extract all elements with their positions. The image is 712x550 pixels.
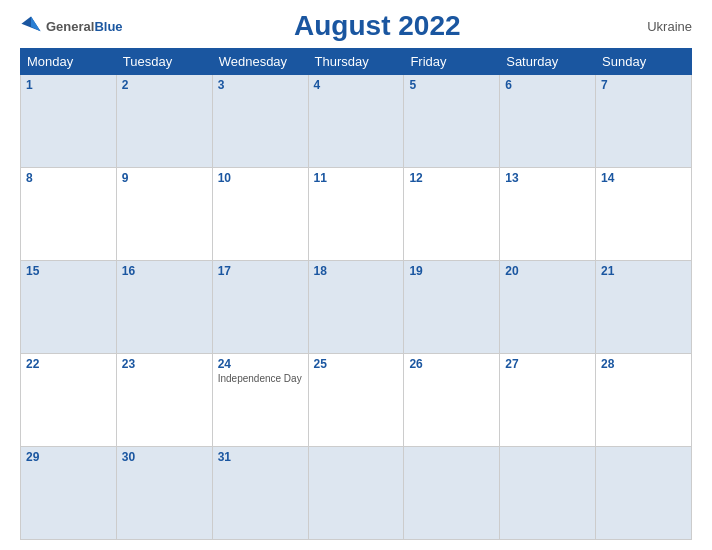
calendar-cell — [404, 447, 500, 540]
calendar-row-2: 891011121314 — [21, 168, 692, 261]
day-number: 23 — [122, 357, 207, 371]
day-number: 10 — [218, 171, 303, 185]
calendar-cell: 12 — [404, 168, 500, 261]
country-label: Ukraine — [632, 19, 692, 34]
calendar-cell: 24Independence Day — [212, 354, 308, 447]
calendar-row-5: 293031 — [21, 447, 692, 540]
day-number: 30 — [122, 450, 207, 464]
calendar-row-1: 1234567 — [21, 75, 692, 168]
calendar-cell: 5 — [404, 75, 500, 168]
calendar-cell: 4 — [308, 75, 404, 168]
calendar-cell: 21 — [596, 261, 692, 354]
weekday-header-sunday: Sunday — [596, 49, 692, 75]
day-number: 26 — [409, 357, 494, 371]
calendar-cell: 30 — [116, 447, 212, 540]
logo-general-label: General — [46, 19, 94, 34]
calendar-cell: 14 — [596, 168, 692, 261]
logo-general-text: GeneralBlue — [46, 17, 123, 35]
calendar-cell — [500, 447, 596, 540]
day-number: 12 — [409, 171, 494, 185]
header: GeneralBlue August 2022 Ukraine — [20, 10, 692, 42]
logo: GeneralBlue — [20, 15, 123, 37]
calendar-table: MondayTuesdayWednesdayThursdayFridaySatu… — [20, 48, 692, 540]
day-number: 17 — [218, 264, 303, 278]
calendar-cell: 28 — [596, 354, 692, 447]
calendar-cell: 16 — [116, 261, 212, 354]
day-number: 24 — [218, 357, 303, 371]
calendar-cell: 13 — [500, 168, 596, 261]
calendar-cell: 11 — [308, 168, 404, 261]
calendar-cell: 2 — [116, 75, 212, 168]
calendar-cell: 22 — [21, 354, 117, 447]
weekday-header-wednesday: Wednesday — [212, 49, 308, 75]
day-number: 28 — [601, 357, 686, 371]
day-number: 27 — [505, 357, 590, 371]
weekday-header-friday: Friday — [404, 49, 500, 75]
calendar-cell: 18 — [308, 261, 404, 354]
calendar-cell: 10 — [212, 168, 308, 261]
calendar-cell: 9 — [116, 168, 212, 261]
calendar-cell: 6 — [500, 75, 596, 168]
day-number: 2 — [122, 78, 207, 92]
calendar-cell: 1 — [21, 75, 117, 168]
day-number: 29 — [26, 450, 111, 464]
day-number: 5 — [409, 78, 494, 92]
day-number: 13 — [505, 171, 590, 185]
calendar-row-4: 222324Independence Day25262728 — [21, 354, 692, 447]
calendar-cell: 7 — [596, 75, 692, 168]
day-number: 18 — [314, 264, 399, 278]
calendar-cell: 29 — [21, 447, 117, 540]
weekday-header-saturday: Saturday — [500, 49, 596, 75]
day-number: 21 — [601, 264, 686, 278]
day-number: 11 — [314, 171, 399, 185]
day-number: 16 — [122, 264, 207, 278]
day-number: 6 — [505, 78, 590, 92]
day-number: 19 — [409, 264, 494, 278]
logo-blue-label: Blue — [94, 19, 122, 34]
day-number: 20 — [505, 264, 590, 278]
calendar-cell: 25 — [308, 354, 404, 447]
day-number: 4 — [314, 78, 399, 92]
weekday-header-thursday: Thursday — [308, 49, 404, 75]
day-number: 25 — [314, 357, 399, 371]
weekday-header-row: MondayTuesdayWednesdayThursdayFridaySatu… — [21, 49, 692, 75]
day-number: 7 — [601, 78, 686, 92]
calendar-cell: 23 — [116, 354, 212, 447]
calendar-cell — [596, 447, 692, 540]
month-title: August 2022 — [123, 10, 632, 42]
day-number: 31 — [218, 450, 303, 464]
weekday-header-monday: Monday — [21, 49, 117, 75]
calendar-cell: 15 — [21, 261, 117, 354]
calendar-cell: 8 — [21, 168, 117, 261]
day-number: 22 — [26, 357, 111, 371]
day-number: 8 — [26, 171, 111, 185]
calendar-cell: 19 — [404, 261, 500, 354]
day-number: 3 — [218, 78, 303, 92]
weekday-header-tuesday: Tuesday — [116, 49, 212, 75]
day-event: Independence Day — [218, 373, 303, 384]
calendar-cell: 27 — [500, 354, 596, 447]
day-number: 15 — [26, 264, 111, 278]
calendar-cell — [308, 447, 404, 540]
day-number: 1 — [26, 78, 111, 92]
calendar-cell: 17 — [212, 261, 308, 354]
svg-marker-1 — [31, 16, 41, 31]
calendar-cell: 31 — [212, 447, 308, 540]
calendar-cell: 26 — [404, 354, 500, 447]
calendar-row-3: 15161718192021 — [21, 261, 692, 354]
day-number: 9 — [122, 171, 207, 185]
calendar-cell: 20 — [500, 261, 596, 354]
day-number: 14 — [601, 171, 686, 185]
calendar-cell: 3 — [212, 75, 308, 168]
logo-bird-icon — [20, 15, 42, 37]
